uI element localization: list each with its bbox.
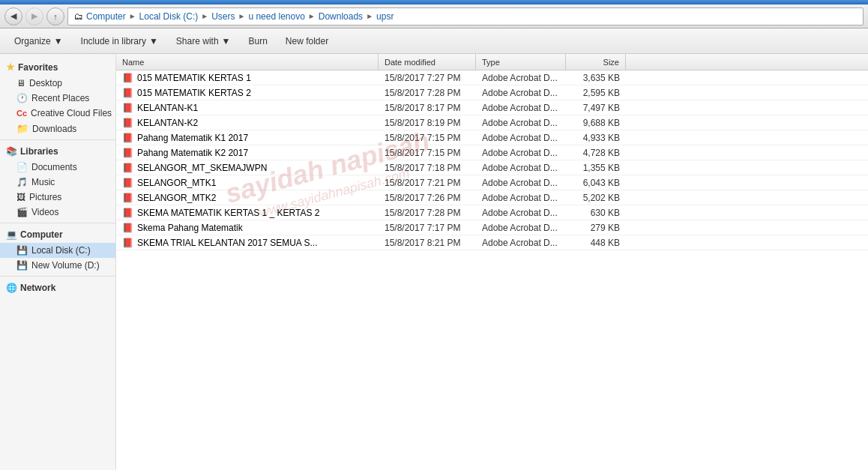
file-name-cell: 📕SELANGOR_MTK2 <box>116 193 379 203</box>
sidebar-item-music[interactable]: 🎵 Music <box>0 175 115 190</box>
network-icon: 🌐 <box>6 283 17 293</box>
breadcrumb-users[interactable]: Users <box>211 11 235 22</box>
file-name: SKEMA MATEMATIK KERTAS 1 _ KERTAS 2 <box>137 208 319 218</box>
pdf-icon: 📕 <box>122 238 133 248</box>
pdf-icon: 📕 <box>122 193 133 203</box>
pdf-icon: 📕 <box>122 223 133 233</box>
sidebar-item-recent-places[interactable]: 🕐 Recent Places <box>0 91 115 106</box>
pdf-icon: 📕 <box>122 163 133 173</box>
table-row[interactable]: 📕SELANGOR_MTK115/8/2017 7:21 PMAdobe Acr… <box>116 175 868 190</box>
sidebar-item-cc-files[interactable]: Cc Creative Cloud Files <box>0 106 115 121</box>
sidebar-divider-1 <box>0 139 115 140</box>
local-disk-label: Local Disk (C:) <box>31 245 91 256</box>
file-name: SELANGOR_MTK2 <box>137 193 216 203</box>
new-volume-icon: 💾 <box>16 260 28 271</box>
cc-label: Creative Cloud Files <box>31 108 112 118</box>
breadcrumb-upsr[interactable]: upsr <box>376 11 394 22</box>
desktop-icon: 🖥 <box>16 78 25 88</box>
organize-label: Organize <box>14 36 51 46</box>
toolbar: Organize ▼ Include in library ▼ Share wi… <box>0 28 868 54</box>
sidebar-item-new-volume[interactable]: 💾 New Volume (D:) <box>0 258 115 273</box>
file-name: KELANTAN-K1 <box>137 103 198 113</box>
sidebar-libraries-header[interactable]: 📚 Libraries <box>0 143 115 160</box>
file-date-cell: 15/8/2017 7:15 PM <box>379 133 476 143</box>
library-icon: 📚 <box>6 146 17 157</box>
file-size-cell: 279 KB <box>566 223 626 233</box>
organize-button[interactable]: Organize ▼ <box>6 31 71 51</box>
address-bar: ◀ ▶ ↑ 🗂 Computer ► Local Disk (C:) ► Use… <box>0 4 868 28</box>
table-row[interactable]: 📕015 MATEMATIK KERTAS 215/8/2017 7:28 PM… <box>116 85 868 100</box>
pdf-icon: 📕 <box>122 208 133 218</box>
file-name: SELANGOR_MTK1 <box>137 178 216 188</box>
file-date-cell: 15/8/2017 7:18 PM <box>379 163 476 173</box>
videos-label: Videos <box>31 207 58 217</box>
sidebar-item-videos[interactable]: 🎬 Videos <box>0 205 115 220</box>
file-size-cell: 448 KB <box>566 238 626 248</box>
breadcrumb-localdisk[interactable]: Local Disk (C:) <box>139 11 199 22</box>
file-date-cell: 15/8/2017 7:26 PM <box>379 193 476 203</box>
table-row[interactable]: 📕KELANTAN-K215/8/2017 8:19 PMAdobe Acrob… <box>116 115 868 130</box>
breadcrumb-downloads[interactable]: Downloads <box>319 11 363 22</box>
table-row[interactable]: 📕SKEMA TRIAL KELANTAN 2017 SEMUA S...15/… <box>116 235 868 250</box>
table-row[interactable]: 📕Pahang Matematik K2 201715/8/2017 7:15 … <box>116 145 868 160</box>
back-button[interactable]: ◀ <box>4 7 22 25</box>
new-volume-label: New Volume (D:) <box>31 260 100 271</box>
share-with-button[interactable]: Share with ▼ <box>168 31 239 51</box>
file-type-cell: Adobe Acrobat D... <box>476 88 566 98</box>
sidebar-item-local-disk[interactable]: 💾 Local Disk (C:) <box>0 243 115 258</box>
file-name-cell: 📕KELANTAN-K2 <box>116 118 379 128</box>
file-date-cell: 15/8/2017 8:21 PM <box>379 238 476 248</box>
table-row[interactable]: 📕SKEMA MATEMATIK KERTAS 1 _ KERTAS 215/8… <box>116 205 868 220</box>
file-date-cell: 15/8/2017 7:17 PM <box>379 223 476 233</box>
documents-label: Documents <box>31 162 77 172</box>
sidebar-divider-2 <box>0 223 115 223</box>
file-name-cell: 📕Skema Pahang Matematik <box>116 223 379 233</box>
file-name-cell: 📕KELANTAN-K1 <box>116 103 379 113</box>
col-header-name[interactable]: Name <box>116 54 379 70</box>
sidebar-item-desktop[interactable]: 🖥 Desktop <box>0 76 115 91</box>
sidebar-network-header[interactable]: 🌐 Network <box>0 280 115 296</box>
libraries-label: Libraries <box>20 146 58 157</box>
file-size-cell: 2,595 KB <box>566 88 626 98</box>
file-type-cell: Adobe Acrobat D... <box>476 73 566 83</box>
col-header-size[interactable]: Size <box>566 54 626 70</box>
sidebar-item-pictures[interactable]: 🖼 Pictures <box>0 190 115 205</box>
network-label: Network <box>20 283 55 293</box>
col-header-type[interactable]: Type <box>476 54 566 70</box>
file-size-cell: 9,688 KB <box>566 118 626 128</box>
favorites-label: Favorites <box>18 62 58 73</box>
address-box[interactable]: 🗂 Computer ► Local Disk (C:) ► Users ► u… <box>67 7 864 25</box>
documents-icon: 📄 <box>16 162 28 172</box>
breadcrumb-computer[interactable]: Computer <box>86 11 126 22</box>
new-folder-button[interactable]: New folder <box>277 31 337 51</box>
file-name-cell: 📕Pahang Matematik K2 2017 <box>116 148 379 158</box>
table-row[interactable]: 📕SELANGOR_MTK215/8/2017 7:26 PMAdobe Acr… <box>116 190 868 205</box>
file-list-header: Name Date modified Type Size <box>116 54 868 70</box>
file-name-cell: 📕SELANGOR_MTK1 <box>116 178 379 188</box>
pdf-icon: 📕 <box>122 178 133 188</box>
local-disk-icon: 💾 <box>16 245 28 256</box>
sidebar-favorites-header[interactable]: ★ Favorites <box>0 58 115 76</box>
table-row[interactable]: 📕Pahang Matematik K1 201715/8/2017 7:15 … <box>116 130 868 145</box>
breadcrumb-uneedlenovo[interactable]: u need lenovo <box>248 11 304 22</box>
forward-button[interactable]: ▶ <box>25 7 43 25</box>
burn-button[interactable]: Burn <box>240 31 275 51</box>
star-icon: ★ <box>6 61 15 73</box>
col-header-date[interactable]: Date modified <box>379 54 476 70</box>
table-row[interactable]: 📕SELANGOR_MT_SKEMAJWPN15/8/2017 7:18 PMA… <box>116 160 868 175</box>
file-name: 015 MATEMATIK KERTAS 1 <box>137 73 251 83</box>
up-button[interactable]: ↑ <box>46 7 64 25</box>
sidebar-item-downloads[interactable]: 📁 Downloads <box>0 121 115 136</box>
table-row[interactable]: 📕015 MATEMATIK KERTAS 115/8/2017 7:27 PM… <box>116 70 868 85</box>
table-row[interactable]: 📕Skema Pahang Matematik15/8/2017 7:17 PM… <box>116 220 868 235</box>
sidebar-item-documents[interactable]: 📄 Documents <box>0 160 115 175</box>
computer-label: Computer <box>20 229 63 240</box>
recent-icon: 🕐 <box>16 93 28 103</box>
file-date-cell: 15/8/2017 8:19 PM <box>379 118 476 128</box>
include-in-library-button[interactable]: Include in library ▼ <box>73 31 166 51</box>
share-chevron-icon: ▼ <box>222 36 231 46</box>
sidebar-computer-header[interactable]: 💻 Computer <box>0 226 115 243</box>
folder-icon: 🗂 <box>74 11 83 22</box>
table-row[interactable]: 📕KELANTAN-K115/8/2017 8:17 PMAdobe Acrob… <box>116 100 868 115</box>
pictures-label: Pictures <box>29 192 61 202</box>
